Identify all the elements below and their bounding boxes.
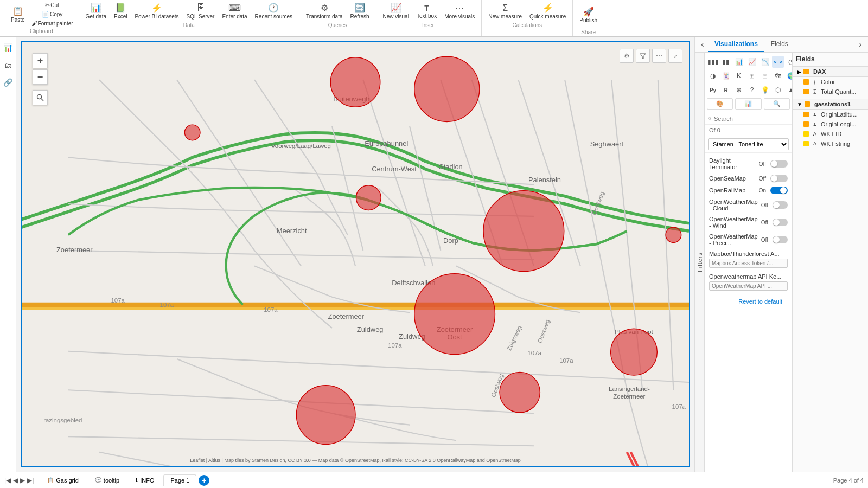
viz-decomp-icon[interactable]: ⊕	[733, 84, 745, 96]
viz-gauge-icon[interactable]: ◑	[707, 70, 719, 82]
viz-r-icon[interactable]: R	[720, 84, 732, 96]
quick-measure-button[interactable]: ⚡ Quick measure	[526, 1, 569, 21]
map-filter-button[interactable]	[636, 49, 650, 63]
svg-text:107a: 107a	[559, 357, 573, 364]
zoom-out-button[interactable]: −	[33, 69, 48, 85]
panel-nav-left-button[interactable]: ‹	[697, 39, 708, 50]
dax-group-header[interactable]: ▶ DAX	[793, 66, 868, 77]
viz-scatter-icon[interactable]: ⚬⚬	[772, 56, 784, 68]
map-search-button[interactable]	[33, 90, 48, 105]
daylight-terminator-row: Daylight Terminator Off	[709, 157, 788, 170]
viz-py-icon[interactable]: Py	[707, 84, 719, 96]
new-visual-button[interactable]: 📈 New visual	[380, 1, 412, 21]
weather-cloud-toggle[interactable]	[773, 201, 788, 209]
toggle-thumb	[771, 160, 777, 167]
sql-server-icon: 🗄	[196, 3, 205, 13]
viz-table-icon[interactable]: ⊞	[746, 70, 758, 82]
open-rail-map-toggle[interactable]	[770, 187, 788, 194]
map-container[interactable]: Buitenwegh Europahunnel Voorweg/Laag/Law…	[21, 41, 690, 467]
daylight-terminator-toggle[interactable]	[770, 160, 788, 168]
svg-text:Zoetermeer: Zoetermeer	[328, 312, 365, 320]
enter-data-button[interactable]: ⌨ Enter data	[219, 1, 250, 21]
panel-nav-right-button[interactable]: ›	[855, 39, 866, 50]
power-bi-datasets-button[interactable]: ⚡ Power BI datasets	[131, 1, 182, 21]
viz-custom1-icon[interactable]: ⬡	[772, 84, 784, 96]
paste-button[interactable]: 📋 Paste	[8, 4, 28, 24]
viz-matrix-icon[interactable]: ⊟	[759, 70, 771, 82]
wkt-id-item[interactable]: A WKT ID	[793, 129, 868, 139]
zoom-in-button[interactable]: +	[33, 53, 48, 68]
viz-stacked-bar-icon[interactable]: ▮▮	[720, 56, 732, 68]
tooltip-tab[interactable]: 💬 tooltip	[88, 474, 126, 486]
viz-area-icon[interactable]: 📉	[759, 56, 771, 68]
stamen-dropdown[interactable]: Stamen - TonerLite	[708, 138, 789, 150]
viz-kpi-icon[interactable]: K	[733, 70, 745, 82]
mapbox-input[interactable]	[709, 259, 788, 268]
svg-text:Centrum-West: Centrum-West	[372, 165, 417, 173]
cut-button[interactable]: ✂ Cut	[29, 1, 75, 9]
openweather-api-input[interactable]	[709, 281, 788, 291]
next-page-button[interactable]: ▶	[20, 477, 25, 484]
add-tab-button[interactable]: +	[199, 475, 209, 486]
search-icon	[708, 115, 712, 122]
viz-format-button[interactable]: 🎨	[707, 98, 733, 110]
map-more-button[interactable]: ⋯	[652, 49, 666, 63]
prev-page-button[interactable]: ◀	[13, 477, 18, 484]
viz-100-bar-icon[interactable]: 📊	[733, 56, 745, 68]
copy-button[interactable]: 📄 Copy	[29, 10, 75, 18]
svg-point-35	[414, 56, 480, 121]
sql-server-button[interactable]: 🗄 SQL Server	[183, 2, 218, 21]
dax-color-icon	[803, 79, 809, 85]
gasstations-group-header[interactable]: ▼ gasstations1	[793, 99, 868, 110]
text-box-button[interactable]: T Text box	[413, 2, 440, 21]
map-settings-button[interactable]: ⚙	[620, 49, 634, 63]
report-view-icon[interactable]: 📊	[2, 41, 15, 54]
filters-panel[interactable]: Filters	[695, 53, 705, 472]
new-measure-button[interactable]: Σ New measure	[485, 2, 525, 21]
bottom-bar: |◀ ◀ ▶ ▶| 📋 Gas grid 💬 tooltip ℹ INFO Pa…	[0, 472, 868, 488]
wkt-id-icon: A	[811, 130, 819, 138]
first-page-button[interactable]: |◀	[4, 477, 11, 484]
paste-icon: 📋	[12, 6, 23, 16]
last-page-button[interactable]: ▶|	[27, 477, 34, 484]
publish-button[interactable]: 🚀 Publish	[576, 1, 601, 28]
page1-tab[interactable]: Page 1	[163, 474, 196, 486]
origin-lat-item[interactable]: Σ OriginLatiitu...	[793, 110, 868, 119]
viz-custom2-icon[interactable]: ▲	[785, 84, 792, 96]
refresh-button[interactable]: 🔄 Refresh	[347, 1, 373, 21]
dax-color-item[interactable]: ƒ Color	[793, 77, 868, 87]
viz-analytics-button[interactable]: 📊	[735, 98, 761, 110]
viz-smart-icon[interactable]: 💡	[759, 84, 771, 96]
gas-grid-tab[interactable]: 📋 Gas grid	[40, 474, 86, 486]
viz-pie-icon[interactable]: ◔	[785, 56, 792, 68]
fields-search-input[interactable]	[714, 115, 789, 122]
viz-qa-icon[interactable]: ?	[746, 84, 758, 96]
excel-button[interactable]: 📗 Excel	[111, 1, 130, 21]
viz-card-icon[interactable]: 🃏	[720, 70, 732, 82]
viz-filled-map-icon[interactable]: 🌍	[785, 70, 792, 82]
viz-line-icon[interactable]: 📈	[746, 56, 758, 68]
recent-sources-button[interactable]: 🕐 Recent sources	[252, 1, 296, 21]
origin-long-item[interactable]: Σ OriginLongi...	[793, 119, 868, 129]
more-visuals-button[interactable]: ⋯ More visuals	[441, 1, 478, 21]
viz-search-button[interactable]: 🔍	[764, 98, 790, 110]
dax-total-item[interactable]: Σ Total Quant...	[793, 87, 868, 97]
fields-tab[interactable]: Fields	[764, 37, 795, 52]
get-data-button[interactable]: 📊 Get data	[82, 1, 110, 21]
cut-icon: ✂	[45, 2, 50, 9]
open-sea-map-toggle[interactable]	[770, 175, 788, 182]
revert-default-button[interactable]: Revert to default	[709, 296, 788, 307]
transform-data-button[interactable]: ⚙ Transform data	[303, 1, 346, 21]
data-view-icon[interactable]: 🗂	[2, 59, 15, 72]
wkt-string-item[interactable]: A WKT string	[793, 139, 868, 149]
viz-map-icon[interactable]: 🗺	[772, 70, 784, 82]
info-tab[interactable]: ℹ INFO	[129, 474, 161, 486]
map-expand-button[interactable]: ⤢	[668, 49, 682, 63]
svg-text:razingsgebied: razingsgebied	[43, 417, 82, 423]
format-painter-button[interactable]: 🖌 Format painter	[29, 20, 75, 27]
weather-wind-toggle[interactable]	[773, 219, 788, 226]
visualizations-tab[interactable]: Visualizations	[708, 37, 764, 52]
model-view-icon[interactable]: 🔗	[2, 76, 15, 89]
viz-bar-chart-icon[interactable]: ▮▮▮	[707, 56, 719, 68]
weather-preci-toggle[interactable]	[773, 236, 788, 243]
